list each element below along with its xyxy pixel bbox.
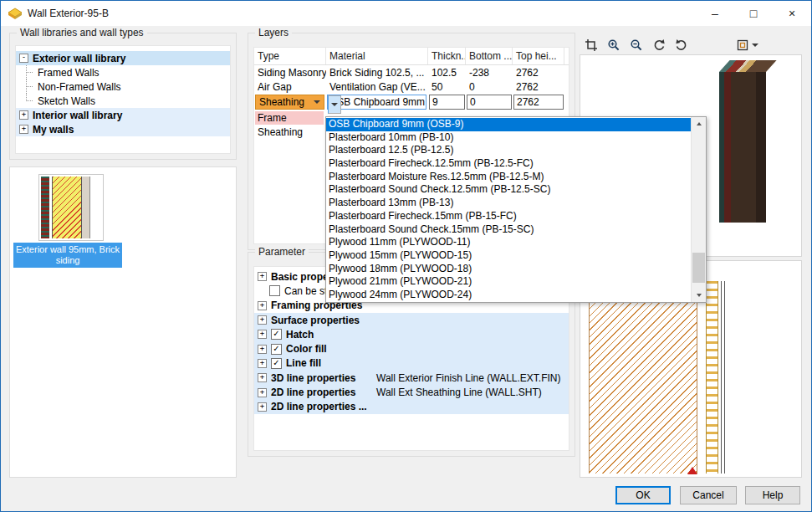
column-header-thickness[interactable]: Thickn... [428, 48, 466, 64]
dropdown-item[interactable]: Plywood 15mm (PLYWOOD-15) [326, 249, 691, 263]
expand-icon[interactable]: + [258, 402, 267, 412]
ok-button[interactable]: OK [615, 486, 671, 504]
checkbox-checked[interactable]: ✓ [271, 358, 282, 369]
expand-icon[interactable]: + [258, 373, 267, 382]
checkbox-unchecked[interactable] [269, 285, 280, 296]
tree-item-label: My walls [33, 124, 74, 136]
tree-item-my-walls[interactable]: + My walls [16, 122, 230, 136]
scrollbar-thumb[interactable] [692, 253, 705, 283]
cell-thickness: 102.5 [428, 67, 466, 79]
zoom-in-icon[interactable] [604, 36, 624, 54]
wall-3d-top-face [719, 60, 777, 72]
expand-icon[interactable]: + [258, 388, 267, 397]
cancel-button[interactable]: Cancel [680, 486, 737, 504]
param-label: Hatch [286, 329, 314, 340]
material-combobox[interactable]: OSB Chipboard 9mm [327, 95, 426, 110]
cell-type: Frame [255, 111, 324, 125]
param-hatch[interactable]: + ✓ Hatch [254, 327, 569, 341]
dropdown-item[interactable]: Plywood 24mm (PLYWOOD-24) [326, 289, 691, 302]
scroll-down-icon[interactable] [692, 289, 706, 302]
wall-item-label[interactable]: Exterior wall 95mm, Brick siding [13, 243, 122, 268]
param-label: 3D line properties [271, 372, 355, 384]
tree-item-exterior-wall-library[interactable]: - Exterior wall library [16, 51, 230, 65]
dropdown-item[interactable]: Plywood 18mm (PLYWOOD-18) [326, 263, 691, 276]
expand-icon[interactable]: + [258, 345, 267, 354]
wall-thumbnail[interactable] [38, 174, 104, 241]
checkbox-checked[interactable]: ✓ [271, 329, 282, 340]
wall-type-list: Exterior wall 95mm, Brick siding [9, 166, 237, 478]
dropdown-item[interactable]: Plasterboard Firecheck.12.5mm (PB-12.5-F… [326, 157, 691, 171]
param-2d-line-properties[interactable]: + 2D line properties Wall Ext Sheathing … [254, 385, 569, 399]
zoom-out-icon[interactable] [626, 36, 646, 54]
top-height-input[interactable]: 2762 [513, 95, 564, 110]
expand-icon[interactable]: + [258, 301, 267, 310]
expand-icon[interactable]: + [19, 125, 28, 134]
tree-item-framed-walls[interactable]: Framed Walls [16, 65, 230, 79]
scroll-up-icon[interactable] [692, 117, 706, 131]
cell-material: Brick Siding 102.5, ... [326, 67, 428, 79]
zoom-options-icon[interactable] [733, 36, 761, 54]
table-row[interactable]: Air Gap Ventilation Gap (VE... 50 0 2762 [254, 79, 569, 94]
scrollbar[interactable] [691, 117, 706, 302]
titlebar[interactable]: Wall Exterior-95-B – □ × [1, 1, 811, 26]
crop-icon[interactable] [581, 36, 601, 54]
collapse-icon[interactable]: - [19, 54, 28, 63]
rotate-cw-icon[interactable] [672, 36, 692, 54]
dropdown-item[interactable]: Plasterboard Firecheck.15mm (PB-15-FC) [326, 210, 691, 223]
table-row-editing[interactable]: Sheathing OSB Chipboard 9mm 9 0 2762 [254, 94, 569, 110]
param-label: 2D line properties ... [271, 401, 367, 412]
dropdown-item[interactable]: Plasterboard Sound Check.12.5mm (PB-12.5… [326, 183, 691, 197]
wall-libraries-group: Wall libraries and wall types - Exterior… [9, 33, 237, 160]
param-value: Wall Ext Sheathing Line (WALL.SHT) [376, 387, 542, 398]
column-header-bottom[interactable]: Bottom ... [466, 48, 513, 64]
dropdown-item[interactable]: Plasterboard 10mm (PB-10) [326, 131, 691, 145]
sheathing-graphic [82, 177, 90, 238]
dropdown-item[interactable]: Plasterboard Moisture Res.12.5mm (PB-12.… [326, 171, 691, 184]
rotate-ccw-icon[interactable] [649, 36, 669, 54]
param-3d-line-properties[interactable]: + 3D line properties Wall Exterior Finis… [254, 371, 569, 385]
dropdown-item[interactable]: Plywood 21mm (PLYWOOD-21) [326, 275, 691, 289]
close-button[interactable]: × [773, 1, 811, 26]
table-row[interactable]: Siding Masonry Brick Siding 102.5, ... 1… [254, 65, 569, 79]
checkbox-checked[interactable]: ✓ [271, 344, 282, 355]
window-title: Wall Exterior-95-B [28, 8, 109, 19]
dropdown-item[interactable]: Plasterboard 13mm (PB-13) [326, 197, 691, 210]
layer-type-combobox[interactable]: Sheathing [255, 95, 324, 110]
cell-bottom: 0 [466, 81, 513, 93]
dropdown-item[interactable]: Plasterboard Sound Check.15mm (PB-15-SC) [326, 223, 691, 237]
material-value: OSB Chipboard 9mm [328, 95, 426, 109]
brick-hatch-graphic [589, 281, 697, 474]
bottom-input[interactable]: 0 [467, 95, 512, 110]
minimize-button[interactable]: – [696, 1, 734, 26]
dropdown-item[interactable]: OSB Chipboard 9mm (OSB-9) [326, 118, 691, 131]
preview-toolbar [581, 36, 761, 54]
tree-item-sketch-walls[interactable]: Sketch Walls [16, 94, 230, 108]
maximize-button[interactable]: □ [734, 1, 773, 26]
material-dropdown-list: OSB Chipboard 9mm (OSB-9) Plasterboard 1… [325, 116, 707, 303]
param-color-fill[interactable]: + ✓ Color fill [254, 341, 569, 356]
combobox-dropdown-button[interactable] [328, 95, 341, 114]
column-header-material[interactable]: Material [326, 48, 428, 64]
tree-item-label: Sketch Walls [38, 95, 95, 107]
expand-icon[interactable]: + [258, 315, 267, 325]
tree-connector [26, 79, 34, 94]
param-2d-line-properties-2[interactable]: + 2D line properties ... [254, 400, 569, 414]
column-header-top[interactable]: Top hei... [513, 48, 564, 64]
tree-item-interior-wall-library[interactable]: + Interior wall library [16, 108, 230, 122]
param-line-fill[interactable]: + ✓ Line fill [254, 356, 569, 371]
dropdown-item[interactable]: Plywood 11mm (PLYWOOD-11) [326, 236, 691, 249]
layers-group-title: Layers [255, 27, 292, 38]
param-surface-properties[interactable]: + Surface properties [254, 313, 569, 327]
expand-icon[interactable]: + [19, 110, 28, 120]
tree-item-non-framed-walls[interactable]: Non-Framed Walls [16, 79, 230, 94]
insulation-graphic [53, 177, 82, 238]
help-button[interactable]: Help [745, 486, 800, 504]
expand-icon[interactable]: + [258, 272, 267, 281]
parameter-group-title: Parameter [255, 246, 309, 258]
param-label: Surface properties [271, 315, 360, 326]
thickness-input[interactable]: 9 [429, 95, 465, 110]
column-header-type[interactable]: Type [254, 48, 326, 64]
expand-icon[interactable]: + [258, 330, 267, 339]
expand-icon[interactable]: + [258, 359, 267, 368]
dropdown-item[interactable]: Plasterboard 12.5 (PB-12.5) [326, 144, 691, 157]
